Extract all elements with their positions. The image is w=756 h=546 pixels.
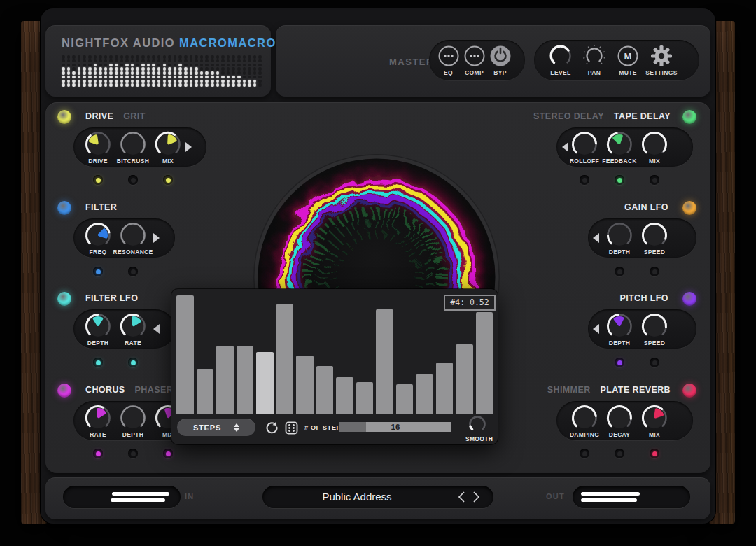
step-bar-13[interactable] xyxy=(436,363,454,414)
matrix-dot xyxy=(184,83,188,87)
reverb-decay-knob[interactable]: DECAY xyxy=(602,401,637,438)
master-settings-control[interactable]: SETTINGS xyxy=(645,44,678,76)
gainlfo-speed-knob[interactable]: SPEED xyxy=(637,218,672,255)
tape-mix-knob[interactable]: MIX xyxy=(637,127,672,164)
drive-drive-knob[interactable]: DRIVE xyxy=(80,127,115,164)
step-bar-11[interactable] xyxy=(396,384,414,414)
chorus-tab-chorus[interactable]: CHORUS xyxy=(85,385,125,395)
filter-expand-right-arrow[interactable] xyxy=(153,233,160,243)
filter-assign-led-1[interactable] xyxy=(93,267,103,276)
reverb-tab-shimmer[interactable]: SHIMMER xyxy=(547,385,591,395)
filterlfo-assign-led-1[interactable] xyxy=(93,358,103,368)
matrix-dot xyxy=(88,83,92,87)
tape-assign-led-2[interactable] xyxy=(615,175,624,185)
tape-tab-stereo-delay[interactable]: STEREO DELAY xyxy=(533,111,604,121)
drive-expand-right-arrow[interactable] xyxy=(186,142,192,152)
filterlfo-rate-knob[interactable]: RATE xyxy=(115,309,150,346)
matrix-dot xyxy=(195,71,198,75)
drive-tab-grit[interactable]: GRIT xyxy=(123,111,145,121)
preset-selector[interactable]: Public Address xyxy=(262,486,493,508)
filter-section-led[interactable] xyxy=(57,201,71,215)
master-mute-control[interactable]: MMUTE xyxy=(611,44,645,76)
matrix-dot xyxy=(174,71,177,75)
pitchlfo-section-led[interactable] xyxy=(682,292,696,306)
reverb-assign-led-2[interactable] xyxy=(615,449,624,458)
matrix-dot xyxy=(248,64,251,67)
reverb-damping-knob[interactable]: DAMPING xyxy=(567,401,602,438)
tape-assign-led-3[interactable] xyxy=(650,175,659,185)
drive-bitcrush-knob[interactable]: BITCRUSH xyxy=(115,127,150,164)
reverb-assign-led-3[interactable] xyxy=(650,449,659,458)
filterlfo-expand-left-arrow[interactable] xyxy=(153,324,160,334)
step-bar-14[interactable] xyxy=(456,344,473,414)
chorus-assign-led-3[interactable] xyxy=(163,449,173,458)
drive-assign-led-3[interactable] xyxy=(163,175,173,185)
smooth-knob[interactable]: SMOOTH xyxy=(465,414,489,442)
step-bar-6[interactable] xyxy=(296,356,314,414)
step-bar-10[interactable] xyxy=(376,309,393,414)
step-bar-1[interactable] xyxy=(197,369,214,414)
chorus-assign-led-1[interactable] xyxy=(93,449,103,458)
step-bar-8[interactable] xyxy=(336,377,354,414)
drive-assign-led-1[interactable] xyxy=(93,175,103,185)
drive-tab-drive[interactable]: DRIVE xyxy=(85,111,113,121)
tape-tab-tape-delay[interactable]: TAPE DELAY xyxy=(614,111,671,121)
filterlfo-depth-knob[interactable]: DEPTH xyxy=(80,309,115,346)
filter-freq-knob[interactable]: FREQ xyxy=(80,218,115,255)
master-eq-button[interactable]: EQ xyxy=(435,44,461,76)
preset-prev-next-icons[interactable] xyxy=(457,491,481,503)
filterlfo-section-led[interactable] xyxy=(57,292,71,306)
gainlfo-expand-left-arrow[interactable] xyxy=(593,233,599,243)
step-bar-12[interactable] xyxy=(416,374,433,414)
gainlfo-depth-knob[interactable]: DEPTH xyxy=(602,218,637,255)
pitchlfo-expand-left-arrow[interactable] xyxy=(593,324,599,334)
master-pan-control[interactable]: PAN xyxy=(578,44,611,76)
reverb-section-led[interactable] xyxy=(682,384,696,398)
step-bar-15[interactable] xyxy=(476,312,493,414)
matrix-dot xyxy=(211,64,214,67)
reverb-mix-knob[interactable]: MIX xyxy=(637,401,672,438)
gainlfo-section-led[interactable] xyxy=(682,201,696,215)
pitchlfo-assign-led-2[interactable] xyxy=(650,358,659,368)
master-level-control[interactable]: LEVEL xyxy=(544,44,578,76)
pitchlfo-depth-knob[interactable]: DEPTH xyxy=(602,309,637,346)
chorus-rate-knob[interactable]: RATE xyxy=(80,401,115,438)
step-bar-4[interactable] xyxy=(256,352,274,414)
tape-rolloff-knob[interactable]: ROLLOFF xyxy=(567,127,602,164)
chorus-tab-phaser[interactable]: PHASER xyxy=(135,385,174,395)
chorus-section-led[interactable] xyxy=(57,384,71,398)
reverb-tab-plate-reverb[interactable]: PLATE REVERB xyxy=(601,385,671,395)
master-byp-button[interactable]: BYP xyxy=(487,44,513,76)
filter-assign-led-2[interactable] xyxy=(128,267,138,276)
reverb-assign-led-1[interactable] xyxy=(580,449,589,458)
step-bar-9[interactable] xyxy=(356,382,374,414)
master-comp-button[interactable]: COMP xyxy=(461,44,487,76)
step-bar-0[interactable] xyxy=(176,295,194,414)
matrix-dot xyxy=(243,83,246,87)
step-bar-5[interactable] xyxy=(276,304,294,414)
num-steps-slider[interactable]: 16 xyxy=(340,422,451,432)
matrix-dot xyxy=(232,59,235,63)
drive-mix-knob[interactable]: MIX xyxy=(150,127,186,164)
filter-resonance-knob[interactable]: RESONANCE xyxy=(115,218,150,255)
pitchlfo-speed-knob[interactable]: SPEED xyxy=(637,309,672,346)
tape-feedback-knob[interactable]: FEEDBACK xyxy=(602,127,637,164)
randomize-dice-icon[interactable] xyxy=(285,421,298,435)
drive-section-led[interactable] xyxy=(57,110,71,124)
tape-section-led[interactable] xyxy=(682,110,696,124)
sequencer-mode-dropdown[interactable]: STEPS xyxy=(177,419,255,436)
gainlfo-assign-led-1[interactable] xyxy=(615,267,624,276)
tape-assign-led-1[interactable] xyxy=(580,175,589,185)
reset-steps-icon[interactable] xyxy=(265,420,279,435)
matrix-dot xyxy=(152,64,155,67)
drive-assign-led-2[interactable] xyxy=(128,175,138,185)
tape-expand-left-arrow[interactable] xyxy=(562,142,568,152)
filterlfo-assign-led-2[interactable] xyxy=(128,358,138,368)
chorus-assign-led-2[interactable] xyxy=(128,449,138,458)
chorus-depth-knob[interactable]: DEPTH xyxy=(115,401,150,438)
gainlfo-assign-led-2[interactable] xyxy=(650,267,659,276)
step-bar-7[interactable] xyxy=(316,366,334,414)
step-bar-2[interactable] xyxy=(216,346,234,414)
pitchlfo-assign-led-1[interactable] xyxy=(615,358,624,368)
step-bar-3[interactable] xyxy=(237,346,254,414)
